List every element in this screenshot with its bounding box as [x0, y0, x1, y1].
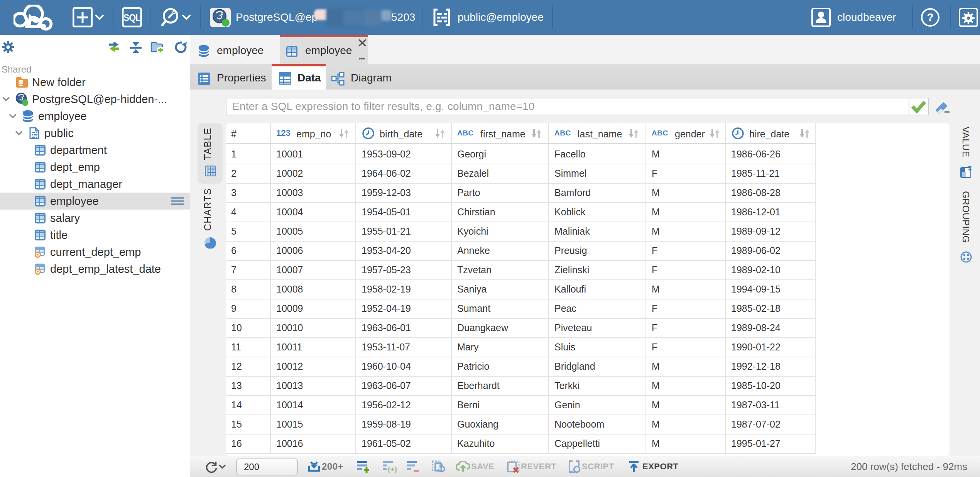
svg-text:SQL: SQL: [123, 13, 141, 23]
svg-text:?: ?: [927, 11, 933, 23]
svg-text:(+): (+): [388, 465, 397, 473]
